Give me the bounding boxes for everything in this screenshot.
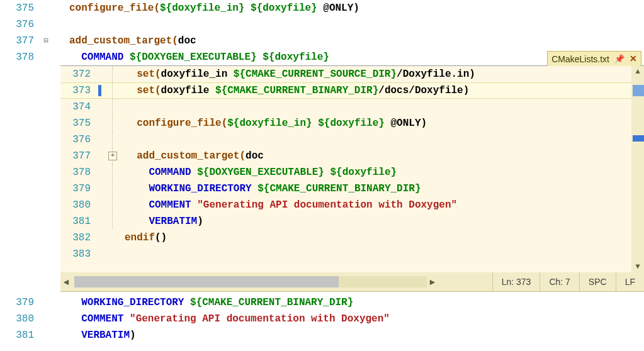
code-text[interactable]: add_custom_target(doc (120, 148, 264, 164)
marker-gutter (96, 66, 106, 82)
line-number: 376 (60, 131, 96, 148)
code-text[interactable]: VERBATIM) (67, 327, 136, 343)
line-number: 381 (60, 213, 96, 230)
fold-expand-icon[interactable] (106, 148, 120, 164)
scroll-highlight-marker (633, 85, 644, 96)
marker-gutter (96, 115, 106, 131)
code-text[interactable] (120, 246, 125, 262)
pin-icon[interactable]: 📌 (614, 54, 624, 64)
fold-gutter[interactable] (106, 82, 120, 99)
peek-code-area[interactable]: 372 set(doxyfile_in ${CMAKE_CURRENT_SOUR… (60, 66, 631, 272)
code-line[interactable]: 380 COMMENT "Generating API documentatio… (60, 197, 631, 213)
line-number: 378 (60, 164, 96, 181)
line-number: 380 (0, 311, 38, 327)
code-text[interactable]: WORKING_DIRECTORY ${CMAKE_CURRENT_BINARY… (120, 181, 421, 197)
code-text[interactable]: COMMAND ${DOXYGEN_EXECUTABLE} ${doxyfile… (67, 49, 329, 65)
code-line[interactable]: 375 configure_file(${doxyfile_in} ${doxy… (60, 115, 631, 131)
marker-gutter (96, 230, 106, 246)
marker-gutter (96, 164, 106, 181)
scroll-caret-marker (633, 135, 644, 142)
peek-status-bar: ◄ ► Ln: 373 Ch: 7 SPC LF (60, 272, 644, 291)
line-number: 375 (60, 115, 96, 131)
fold-gutter[interactable] (106, 164, 120, 181)
code-line[interactable]: 381 VERBATIM) (0, 327, 644, 343)
code-line[interactable]: 380 COMMENT "Generating API documentatio… (0, 311, 644, 327)
line-number: 377 (0, 33, 38, 49)
code-line[interactable]: 382 endif() (60, 230, 631, 246)
marker-gutter (96, 246, 106, 262)
line-number: 372 (60, 66, 96, 82)
fold-collapse-icon[interactable]: ⊟ (38, 33, 54, 49)
editor-root: 375 configure_file(${doxyfile_in} ${doxy… (0, 0, 644, 351)
code-text[interactable]: COMMAND ${DOXYGEN_EXECUTABLE} ${doxyfile… (120, 164, 397, 181)
peek-vertical-scrollbar[interactable]: ▲ ▼ (631, 66, 644, 272)
code-text[interactable] (120, 131, 125, 148)
code-line[interactable]: 383 (60, 246, 631, 262)
background-editor-below[interactable]: 379 WORKING_DIRECTORY ${CMAKE_CURRENT_BI… (0, 294, 644, 343)
fold-gutter[interactable] (106, 99, 120, 115)
scroll-right-icon[interactable]: ► (427, 277, 438, 287)
fold-gutter[interactable] (106, 181, 120, 197)
code-text[interactable]: set(doxyfile_in ${CMAKE_CURRENT_SOURCE_D… (120, 66, 475, 82)
line-number: 377 (60, 148, 96, 164)
code-line[interactable]: 379 WORKING_DIRECTORY ${CMAKE_CURRENT_BI… (0, 294, 644, 311)
status-column[interactable]: Ch: 7 (539, 272, 579, 291)
code-line[interactable]: 376 (60, 131, 631, 148)
code-text[interactable]: add_custom_target(doc (67, 33, 196, 49)
code-line[interactable]: 376 (0, 16, 644, 33)
code-text[interactable]: configure_file(${doxyfile_in} ${doxyfile… (120, 115, 427, 131)
fold-gutter[interactable] (106, 115, 120, 131)
line-number: 379 (60, 181, 96, 197)
line-number: 382 (60, 230, 96, 246)
close-icon[interactable]: ✕ (630, 53, 637, 64)
marker-gutter (96, 99, 106, 115)
fold-gutter[interactable] (106, 197, 120, 213)
code-text[interactable]: COMMENT "Generating API documentation wi… (67, 311, 390, 327)
scroll-left-icon[interactable]: ◄ (60, 277, 72, 287)
code-line[interactable]: 378 COMMAND ${DOXYGEN_EXECUTABLE} ${doxy… (60, 164, 631, 181)
fold-gutter[interactable] (106, 246, 120, 262)
line-number: 383 (60, 246, 96, 262)
peek-horizontal-scrollbar[interactable] (74, 276, 427, 287)
marker-gutter (96, 181, 106, 197)
code-text[interactable]: VERBATIM) (120, 213, 203, 230)
fold-gutter[interactable] (106, 230, 120, 246)
code-text[interactable]: COMMENT "Generating API documentation wi… (120, 197, 457, 213)
scroll-up-icon[interactable]: ▲ (631, 66, 644, 77)
code-text[interactable]: configure_file(${doxyfile_in} ${doxyfile… (67, 0, 359, 16)
marker-gutter (96, 131, 106, 148)
line-number: 380 (60, 197, 96, 213)
peek-definition-window: CMakeLists.txt 📌 ✕ 372 set(doxyfile_in $… (60, 65, 644, 292)
peek-file-title: CMakeLists.txt (551, 54, 609, 64)
code-line[interactable]: 377 add_custom_target(doc (60, 148, 631, 164)
code-line[interactable]: 375 configure_file(${doxyfile_in} ${doxy… (0, 0, 644, 16)
status-eol-mode[interactable]: LF (616, 272, 644, 291)
peek-file-tab[interactable]: CMakeLists.txt 📌 ✕ (547, 51, 641, 66)
fold-gutter[interactable] (106, 131, 120, 148)
line-number: 376 (0, 16, 38, 33)
line-number: 373 (60, 82, 96, 99)
scroll-thumb[interactable] (74, 276, 339, 287)
line-number: 379 (0, 294, 38, 311)
line-number: 378 (0, 49, 38, 65)
marker-gutter (96, 197, 106, 213)
code-line[interactable]: 377 ⊟ add_custom_target(doc (0, 33, 644, 49)
line-number: 375 (0, 0, 38, 16)
fold-gutter[interactable] (106, 66, 120, 82)
fold-gutter[interactable] (106, 213, 120, 230)
code-text[interactable]: WORKING_DIRECTORY ${CMAKE_CURRENT_BINARY… (67, 294, 353, 311)
marker-gutter (96, 148, 106, 164)
code-line-current[interactable]: 373 set(doxyfile ${CMAKE_CURRENT_BINARY_… (60, 82, 631, 99)
code-line[interactable]: 372 set(doxyfile_in ${CMAKE_CURRENT_SOUR… (60, 66, 631, 82)
code-text[interactable]: set(doxyfile ${CMAKE_CURRENT_BINARY_DIR}… (120, 82, 469, 99)
status-indent-mode[interactable]: SPC (579, 272, 616, 291)
code-line[interactable]: 374 (60, 99, 631, 115)
marker-gutter (96, 213, 106, 230)
scroll-down-icon[interactable]: ▼ (631, 261, 644, 272)
code-line[interactable]: 381 VERBATIM) (60, 213, 631, 230)
code-text[interactable] (120, 99, 125, 115)
status-line[interactable]: Ln: 373 (492, 272, 540, 291)
code-line[interactable]: 379 WORKING_DIRECTORY ${CMAKE_CURRENT_BI… (60, 181, 631, 197)
code-text[interactable]: endif() (120, 230, 167, 246)
caret-marker-icon (96, 82, 106, 99)
